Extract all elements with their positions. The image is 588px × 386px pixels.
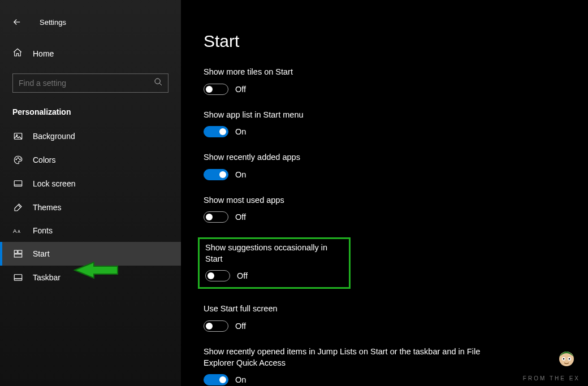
svg-rect-10 [18,250,22,253]
setting-label: Show most used apps [204,195,509,206]
toggle-state-label: Off [235,322,246,331]
toggle-switch[interactable] [204,320,228,332]
setting-item: Use Start full screenOff [204,303,509,332]
setting-item: Show suggestions occasionally in StartOf… [204,237,509,289]
svg-point-3 [16,159,17,160]
sidebar-item-label: Background [33,132,75,141]
setting-item: Show recently opened items in Jump Lists… [204,346,509,385]
toggle-switch[interactable] [204,84,228,95]
setting-label: Show recently opened items in Jump Lists… [204,346,509,368]
svg-point-17 [563,358,565,360]
toggle-knob [206,323,213,329]
sidebar-item-label: Taskbar [33,273,60,282]
section-header: Personalization [0,104,181,124]
content-panel: Start Show more tiles on StartOffShow ap… [181,0,588,386]
toggle-row: Off [204,211,509,223]
themes-icon [12,202,24,212]
sidebar: Settings Home Personalization Backgro [0,0,181,386]
sidebar-item-themes[interactable]: Themes [0,196,181,219]
toggle-knob [219,128,226,135]
toggle-knob [206,86,213,93]
setting-label: Show recently added apps [204,152,509,163]
watermark: FROM THE EX [523,375,580,381]
lockscreen-icon [12,179,24,189]
page-title: Start [204,32,588,51]
toggle-row: Off [204,84,509,95]
svg-rect-12 [14,275,22,281]
start-icon [12,249,24,259]
setting-item: Show recently added appsOn [204,152,509,180]
svg-point-4 [18,158,19,159]
svg-text:A: A [13,228,17,234]
setting-item: Show most used appsOff [204,195,509,223]
svg-rect-11 [14,254,22,257]
toggle-row: On [204,126,509,137]
setting-item: Show more tiles on StartOff [204,67,509,95]
toggle-knob [206,214,213,220]
sidebar-item-colors[interactable]: Colors [0,148,181,172]
toggle-row: Off [204,320,509,332]
home-icon [12,47,23,60]
svg-text:A: A [18,229,20,233]
toggle-knob [219,171,226,178]
toggle-switch[interactable] [204,211,228,223]
toggle-knob [207,272,214,279]
sidebar-item-label: Start [33,249,50,258]
sidebar-item-taskbar[interactable]: Taskbar [0,266,181,289]
sidebar-item-label: Lock screen [33,179,75,188]
toggle-row: On [204,169,509,180]
back-button[interactable] [6,12,28,32]
svg-rect-9 [14,250,17,253]
setting-label: Show app list in Start menu [204,110,509,121]
toggle-state-label: On [235,170,246,179]
setting-label: Use Start full screen [204,303,509,315]
svg-point-5 [20,159,21,160]
taskbar-icon [12,272,24,283]
sidebar-item-label: Fonts [33,226,53,235]
sidebar-item-lockscreen[interactable]: Lock screen [0,172,181,196]
setting-item: Show app list in Start menuOn [204,110,509,138]
sidebar-nav: Background Colors Lock screen Themes [0,124,181,289]
toggle-knob [219,376,226,383]
image-icon [12,131,24,141]
toggle-row: Off [205,270,343,281]
home-label: Home [33,49,54,58]
sidebar-item-home[interactable]: Home [0,42,181,66]
toggle-state-label: Off [235,85,246,94]
sidebar-item-start[interactable]: Start [0,242,181,266]
fonts-icon: AA [12,226,24,235]
search-wrap [12,73,168,93]
sidebar-item-background[interactable]: Background [0,124,181,148]
search-input[interactable] [12,73,168,93]
setting-label: Show more tiles on Start [204,67,509,78]
palette-icon [12,155,24,165]
svg-rect-6 [14,181,22,187]
toggle-state-label: Off [237,271,248,280]
svg-point-18 [569,358,570,360]
sidebar-item-label: Colors [33,155,55,164]
setting-label: Show suggestions occasionally in Start [205,242,343,264]
app-title: Settings [40,18,66,27]
toggle-switch[interactable] [204,126,228,137]
mascot-icon [555,345,578,370]
toggle-switch[interactable] [205,270,230,281]
toggle-state-label: On [235,127,246,136]
toggle-row: On [204,374,509,385]
arrow-left-icon [12,17,22,27]
toggle-state-label: On [235,375,246,384]
settings-list: Show more tiles on StartOffShow app list… [204,67,588,385]
toggle-switch[interactable] [204,374,228,385]
settings-window: Settings Home Personalization Backgro [0,0,588,386]
toggle-switch[interactable] [204,169,228,180]
toggle-state-label: Off [235,212,246,222]
header-row: Settings [0,10,181,42]
sidebar-item-fonts[interactable]: AA Fonts [0,219,181,242]
sidebar-item-label: Themes [33,203,62,212]
